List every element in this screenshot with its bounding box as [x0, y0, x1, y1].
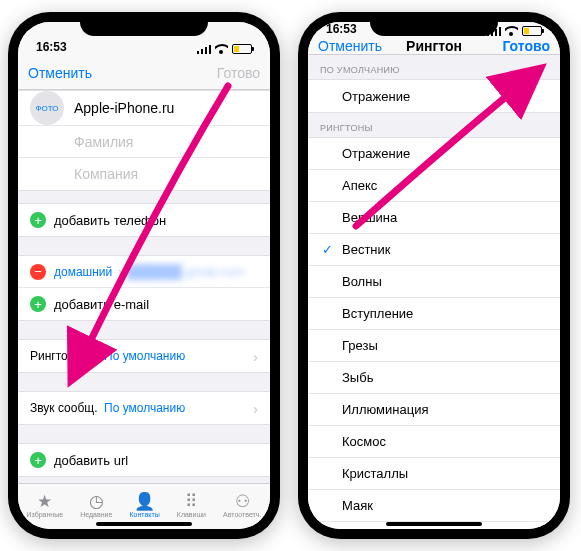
- chevron-right-icon: ›: [118, 264, 122, 279]
- tab-keypad[interactable]: ⠿ Клавиши: [177, 493, 206, 518]
- firstname-field[interactable]: Apple-iPhone.ru: [74, 100, 258, 116]
- checkmark-icon: ✓: [320, 242, 334, 257]
- home-indicator[interactable]: [386, 522, 482, 526]
- ringtone-item[interactable]: Иллюминация: [308, 394, 560, 426]
- done-button[interactable]: Готово: [462, 38, 550, 54]
- ringtone-item-label: Маяк: [342, 498, 548, 513]
- plus-icon: +: [30, 452, 46, 468]
- company-row[interactable]: Компания: [18, 158, 270, 190]
- wifi-icon: [505, 26, 518, 36]
- lastname-row[interactable]: Фамилия: [18, 126, 270, 158]
- section-header-ringtones: РИНГТОНЫ: [308, 113, 560, 137]
- person-icon: 👤: [134, 493, 155, 510]
- ringtone-item-label: Грезы: [342, 338, 548, 353]
- ringtone-item-label: Зыбь: [342, 370, 548, 385]
- name-fields-group: ФОТО Apple-iPhone.ru Фамилия Компания: [18, 90, 270, 191]
- textsound-row[interactable]: Звук сообщ. По умолчанию ›: [18, 392, 270, 424]
- done-button: Готово: [144, 65, 260, 81]
- default-ringtone-row[interactable]: Отражение: [308, 80, 560, 112]
- ringtone-item[interactable]: Вершина: [308, 202, 560, 234]
- lastname-field[interactable]: Фамилия: [74, 134, 258, 150]
- add-photo-button[interactable]: ФОТО: [30, 91, 64, 125]
- notch: [80, 12, 208, 36]
- ringtone-item-label: Отражение: [342, 146, 548, 161]
- notch: [370, 12, 498, 36]
- plus-icon: +: [30, 296, 46, 312]
- ringtone-row[interactable]: Рингтон По умолчанию ›: [18, 340, 270, 372]
- ringtone-item[interactable]: Апекс: [308, 170, 560, 202]
- ringtone-item[interactable]: Отражение: [308, 138, 560, 170]
- minus-icon: −: [30, 264, 46, 280]
- ringtone-value: По умолчанию: [104, 349, 185, 363]
- ringtone-item-label: Отражение: [342, 89, 548, 104]
- name-row[interactable]: ФОТО Apple-iPhone.ru: [18, 91, 270, 126]
- cancel-button[interactable]: Отменить: [318, 38, 406, 54]
- tab-recents[interactable]: ◷ Недавние: [80, 493, 112, 518]
- page-title: Рингтон: [406, 38, 462, 54]
- ringtone-item-label: Космос: [342, 434, 548, 449]
- email-type-label[interactable]: домашний: [54, 265, 112, 279]
- add-phone-row[interactable]: + добавить телефон: [18, 204, 270, 236]
- add-email-label: добавить e-mail: [54, 297, 149, 312]
- phone-right: 16:53 Отменить Рингтон Готово ПО УМОЛЧАН…: [298, 12, 570, 539]
- star-icon: ★: [37, 493, 52, 510]
- email-value[interactable]: ██████ gmail.com: [127, 264, 258, 279]
- nav-bar: Отменить Рингтон Готово: [308, 38, 560, 55]
- ringtone-item-label: Кристаллы: [342, 466, 548, 481]
- keypad-icon: ⠿: [185, 493, 197, 510]
- cancel-button[interactable]: Отменить: [28, 65, 144, 81]
- add-url-row[interactable]: + добавить url: [18, 444, 270, 476]
- signal-icon: [197, 45, 211, 54]
- textsound-value: По умолчанию: [104, 401, 185, 415]
- ringtone-item[interactable]: Маяк: [308, 490, 560, 522]
- phone-left: 16:53 Отменить Готово ФОТО Apple-iPhone.…: [8, 12, 280, 539]
- ringtone-item[interactable]: ✓Вестник: [308, 234, 560, 266]
- add-email-row[interactable]: + добавить e-mail: [18, 288, 270, 320]
- battery-icon: [522, 26, 542, 36]
- company-field[interactable]: Компания: [74, 166, 258, 182]
- screen-left: 16:53 Отменить Готово ФОТО Apple-iPhone.…: [18, 22, 270, 529]
- tab-contacts[interactable]: 👤 Контакты: [129, 493, 159, 518]
- screen-right: 16:53 Отменить Рингтон Готово ПО УМОЛЧАН…: [308, 22, 560, 529]
- tab-favorites[interactable]: ★ Избранные: [27, 493, 64, 518]
- status-icons: [197, 44, 252, 54]
- ringtone-key: Рингтон: [30, 349, 104, 363]
- ringtone-list: ОтражениеАпексВершина✓ВестникВолныВступл…: [308, 137, 560, 529]
- ringtone-item[interactable]: Грезы: [308, 330, 560, 362]
- voicemail-icon: ⚇: [235, 493, 250, 510]
- wifi-icon: [215, 44, 228, 54]
- ringtone-item[interactable]: Волны: [308, 266, 560, 298]
- ringtone-item[interactable]: Кристаллы: [308, 458, 560, 490]
- chevron-right-icon: ›: [253, 400, 258, 417]
- ringtone-item-label: Вестник: [342, 242, 548, 257]
- battery-icon: [232, 44, 252, 54]
- home-indicator[interactable]: [96, 522, 192, 526]
- add-phone-label: добавить телефон: [54, 213, 166, 228]
- status-time: 16:53: [326, 22, 357, 36]
- ringtone-item-label: Вершина: [342, 210, 548, 225]
- status-time: 16:53: [36, 40, 67, 54]
- ringtone-item[interactable]: Вступление: [308, 298, 560, 330]
- email-row[interactable]: − домашний › ██████ gmail.com: [18, 256, 270, 288]
- section-header-default: ПО УМОЛЧАНИЮ: [308, 55, 560, 79]
- ringtone-item-label: Вступление: [342, 306, 548, 321]
- ringtone-item[interactable]: Зыбь: [308, 362, 560, 394]
- textsound-key: Звук сообщ.: [30, 401, 104, 415]
- add-url-label: добавить url: [54, 453, 128, 468]
- plus-icon: +: [30, 212, 46, 228]
- ringtone-item-label: Иллюминация: [342, 402, 548, 417]
- tab-voicemail[interactable]: ⚇ Автоответч.: [223, 493, 261, 518]
- ringtone-item-label: Волны: [342, 274, 548, 289]
- ringtone-item[interactable]: Космос: [308, 426, 560, 458]
- chevron-right-icon: ›: [253, 348, 258, 365]
- ringtone-item-label: Апекс: [342, 178, 548, 193]
- clock-icon: ◷: [89, 493, 104, 510]
- nav-bar: Отменить Готово: [18, 56, 270, 90]
